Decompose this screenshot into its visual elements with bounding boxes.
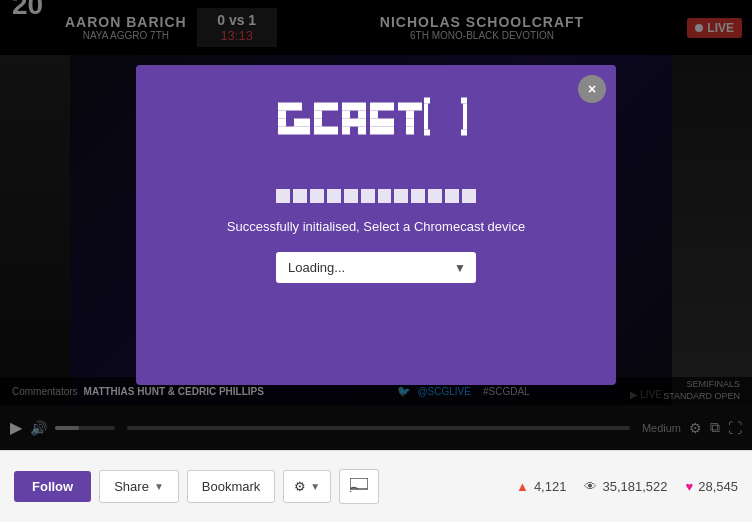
views-icon: 👁 [584,479,597,494]
follow-button[interactable]: Follow [14,471,91,502]
svg-rect-0 [278,103,286,111]
svg-rect-1 [286,103,294,111]
svg-rect-24 [342,119,350,127]
svg-rect-6 [286,127,294,135]
toolbar-stats: ▲ 4,121 👁 35,181,522 ♥ 28,545 [516,479,738,494]
bookmark-button[interactable]: Bookmark [187,470,276,503]
svg-rect-27 [342,127,350,135]
loading-seg-8 [394,189,408,203]
svg-rect-43 [406,119,414,127]
svg-rect-20 [350,103,358,111]
chromecast-device-select[interactable]: Loading... [276,252,476,283]
svg-rect-29 [370,103,378,111]
svg-rect-2 [294,103,302,111]
loading-seg-2 [293,189,307,203]
modal-close-button[interactable]: × [578,75,606,103]
settings-gear-icon: ⚙ [294,479,306,494]
views-count: 35,181,522 [602,479,667,494]
svg-rect-16 [314,127,322,135]
svg-rect-26 [358,119,366,127]
bottom-toolbar: Follow Share ▼ Bookmark ⚙ ▼ ▲ 4,121 👁 35… [0,450,752,522]
svg-rect-50 [463,104,467,130]
svg-rect-5 [278,127,286,135]
svg-rect-8 [294,119,302,127]
svg-rect-11 [314,103,322,111]
share-button[interactable]: Share ▼ [99,470,179,503]
loading-seg-4 [327,189,341,203]
svg-rect-32 [370,111,378,119]
svg-rect-25 [350,119,358,127]
svg-rect-9 [302,127,310,135]
hearts-count: 28,545 [698,479,738,494]
loading-seg-11 [445,189,459,203]
share-chevron-icon: ▼ [154,481,164,492]
svg-rect-3 [278,111,286,119]
svg-rect-21 [358,103,366,111]
svg-rect-34 [378,119,386,127]
svg-rect-46 [424,130,430,136]
share-label: Share [114,479,149,494]
loading-seg-1 [276,189,290,203]
cast-icon [350,479,368,495]
svg-rect-48 [461,98,467,104]
svg-rect-19 [342,103,350,111]
loading-seg-6 [361,189,375,203]
svg-rect-39 [398,103,406,111]
svg-rect-38 [370,127,378,135]
svg-rect-18 [330,127,338,135]
modal-status-text: Successfully initialised, Select a Chrom… [227,219,525,234]
svg-rect-23 [358,111,366,119]
svg-point-52 [350,491,352,493]
settings-button[interactable]: ⚙ ▼ [283,470,331,503]
viewers-icon: ▲ [516,479,529,494]
views-stat: 👁 35,181,522 [584,479,667,494]
svg-rect-28 [358,127,366,135]
svg-rect-17 [322,127,330,135]
svg-rect-45 [424,98,430,104]
video-player: 20 AARON BARICH NAYA AGGRO 7TH 0 vs 1 13… [0,0,752,450]
modal-overlay: × [0,0,752,450]
loading-seg-7 [378,189,392,203]
svg-rect-33 [370,119,378,127]
viewers-count: 4,121 [534,479,567,494]
svg-rect-12 [322,103,330,111]
svg-rect-10 [302,119,310,127]
svg-rect-31 [386,103,394,111]
svg-rect-36 [386,127,394,135]
svg-rect-40 [406,103,414,111]
device-select-wrapper: Loading... ▼ [276,252,476,283]
svg-rect-4 [278,119,286,127]
settings-chevron-icon: ▼ [310,481,320,492]
hearts-icon: ♥ [686,479,694,494]
cast-button[interactable] [339,469,379,504]
svg-rect-37 [378,127,386,135]
svg-rect-47 [424,104,428,130]
loading-bar [276,189,476,203]
svg-rect-30 [378,103,386,111]
svg-rect-14 [314,111,322,119]
svg-rect-35 [386,119,394,127]
svg-rect-41 [414,103,422,111]
svg-rect-49 [461,130,467,136]
svg-rect-42 [406,111,414,119]
loading-seg-9 [411,189,425,203]
svg-rect-13 [330,103,338,111]
viewers-stat: ▲ 4,121 [516,479,566,494]
loading-seg-10 [428,189,442,203]
gcast-logo [276,95,476,169]
svg-rect-15 [314,119,322,127]
svg-rect-7 [294,127,302,135]
svg-rect-44 [406,127,414,135]
loading-seg-12 [462,189,476,203]
chromecast-modal: × [136,65,616,385]
loading-seg-5 [344,189,358,203]
loading-seg-3 [310,189,324,203]
svg-rect-22 [342,111,350,119]
hearts-stat: ♥ 28,545 [686,479,738,494]
